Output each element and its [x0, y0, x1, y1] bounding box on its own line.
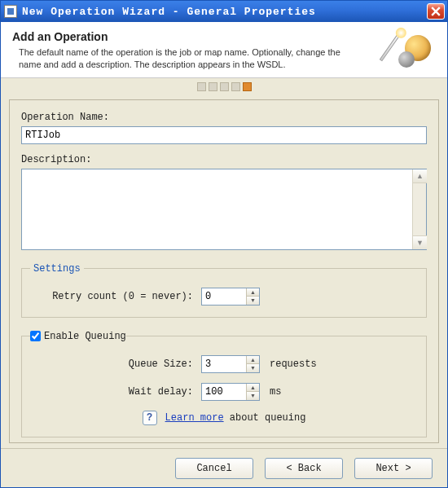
spin-down-icon[interactable]: ▼: [247, 297, 259, 305]
scrollbar[interactable]: ▲ ▼: [412, 169, 426, 249]
learn-more-suffix: about queuing: [224, 412, 306, 424]
enable-queuing-checkbox[interactable]: [30, 331, 41, 341]
wait-delay-label: Wait delay:: [30, 386, 201, 398]
spin-up-icon[interactable]: ▲: [247, 356, 259, 365]
operation-name-input[interactable]: [21, 126, 427, 144]
scroll-up-icon[interactable]: ▲: [413, 169, 427, 183]
back-button-label: < Back: [286, 463, 321, 474]
wait-delay-spinner[interactable]: ▲ ▼: [201, 383, 260, 401]
body-panel: Operation Name: Description: ▲ ▼ Setting…: [9, 99, 439, 443]
operation-name-label: Operation Name:: [21, 112, 427, 123]
help-icon[interactable]: ?: [143, 411, 157, 425]
next-button[interactable]: Next >: [354, 458, 433, 479]
queue-size-spinner[interactable]: ▲ ▼: [201, 355, 260, 373]
close-button[interactable]: [427, 3, 445, 20]
description-field-wrap: ▲ ▼: [21, 169, 427, 250]
description-textarea[interactable]: [22, 169, 411, 249]
queue-size-unit: requests: [270, 358, 317, 370]
button-bar: Cancel < Back Next >: [1, 448, 447, 487]
spin-up-icon[interactable]: ▲: [247, 288, 259, 297]
spin-up-icon[interactable]: ▲: [247, 384, 259, 393]
gear-small-icon: [398, 51, 415, 68]
queue-size-input[interactable]: [202, 356, 246, 372]
settings-legend: Settings: [30, 263, 84, 275]
header-panel: Add an Operation The default name of the…: [1, 22, 447, 78]
step-dot: [197, 82, 206, 91]
description-label: Description:: [21, 154, 427, 165]
retry-count-label: Retry count (0 = never):: [30, 291, 201, 302]
step-dot: [231, 82, 240, 91]
titlebar: New Operation Wizard - General Propertie…: [1, 1, 447, 22]
learn-more-link[interactable]: Learn more: [165, 412, 224, 424]
back-button[interactable]: < Back: [265, 458, 343, 479]
app-icon: [4, 5, 17, 18]
spin-down-icon[interactable]: ▼: [247, 364, 259, 372]
close-icon: [431, 7, 441, 16]
wait-delay-input[interactable]: [202, 384, 246, 400]
retry-count-input[interactable]: [202, 288, 246, 305]
step-indicator: [1, 78, 447, 95]
window-title: New Operation Wizard - General Propertie…: [22, 6, 427, 18]
step-dot: [220, 82, 229, 91]
wizard-window: New Operation Wizard - General Propertie…: [0, 0, 448, 488]
header-heading: Add an Operation: [12, 30, 393, 43]
enable-queuing-label: Enable Queuing: [44, 331, 126, 342]
retry-count-spinner[interactable]: ▲ ▼: [201, 288, 260, 306]
wait-delay-unit: ms: [270, 386, 281, 398]
spin-down-icon[interactable]: ▼: [247, 392, 259, 400]
queue-size-label: Queue Size:: [30, 358, 201, 370]
scroll-down-icon[interactable]: ▼: [413, 235, 427, 249]
header-description: The default name of the operation is the…: [19, 46, 361, 71]
settings-group: Settings Retry count (0 = never): ▲ ▼: [21, 263, 427, 318]
queuing-group: Enable Queuing Queue Size: ▲ ▼ requests …: [21, 331, 427, 437]
wizard-icon: [398, 30, 436, 68]
cancel-button[interactable]: Cancel: [175, 458, 253, 479]
step-dot-active: [243, 82, 252, 91]
next-button-label: Next >: [376, 463, 411, 474]
header-text: Add an Operation The default name of the…: [12, 30, 393, 71]
step-dot: [209, 82, 217, 91]
